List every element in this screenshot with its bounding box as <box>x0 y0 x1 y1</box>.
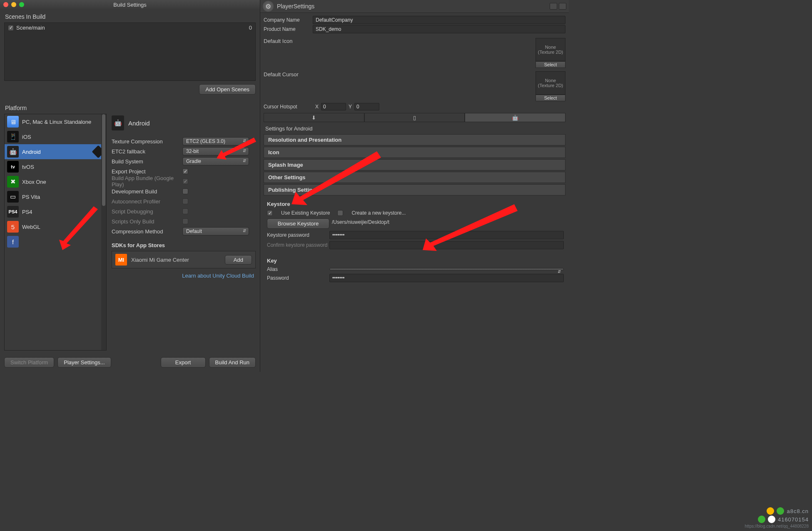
product-name-input[interactable] <box>313 25 565 33</box>
hotspot-x-input[interactable] <box>321 103 346 110</box>
platform-label: tvOS <box>22 164 34 170</box>
settings-menu-icon[interactable] <box>559 3 566 10</box>
key-alias-dropdown[interactable] <box>329 268 564 271</box>
compression-method-dropdown[interactable]: Default <box>182 227 249 235</box>
arrow-annotation <box>54 204 100 250</box>
platform-item-ios[interactable]: 📱 iOS <box>5 129 106 144</box>
platform-item-android[interactable]: 🤖 Android <box>5 144 106 159</box>
ps4-icon: PS4 <box>7 206 19 218</box>
default-icon-label: Default Icon <box>264 38 313 68</box>
cursor-hotspot-label: Cursor Hotspot <box>264 104 313 110</box>
platform-label: PS4 <box>22 209 32 215</box>
scripts-only-checkbox <box>182 218 188 224</box>
platform-label: PS Vita <box>22 194 40 200</box>
inspector-header: ⚙ PlayerSettings <box>260 0 569 13</box>
tab-ios[interactable]: ▯ <box>364 113 465 122</box>
hotspot-y-label: Y <box>349 104 352 110</box>
default-cursor-label: Default Cursor <box>264 71 313 101</box>
platform-label: Xbox One <box>22 179 46 185</box>
platform-item-standalone[interactable]: 🖥 PC, Mac & Linux Standalone <box>5 114 106 129</box>
texture-compression-label: Texture Compression <box>112 138 182 145</box>
default-icon-well[interactable]: None (Texture 2D) <box>536 38 565 61</box>
key-header: Key <box>267 250 564 266</box>
platform-label: iOS <box>22 134 31 140</box>
keystore-password-label: Keystore password <box>267 232 329 238</box>
etc2-fallback-label: ETC2 fallback <box>112 148 182 155</box>
create-new-keystore-checkbox[interactable] <box>337 210 343 216</box>
compression-method-label: Compression Method <box>112 228 182 235</box>
export-button[interactable]: Export <box>161 357 206 368</box>
scripts-only-label: Scripts Only Build <box>112 218 182 225</box>
tab-android[interactable]: 🤖 <box>465 113 565 122</box>
product-name-label: Product Name <box>264 26 313 32</box>
xiaomi-icon: MI <box>115 254 127 266</box>
arrow-annotation <box>291 150 383 204</box>
add-open-scenes-button[interactable]: Add Open Scenes <box>199 84 256 95</box>
app-bundle-checkbox <box>182 178 188 184</box>
app-bundle-label: Build App Bundle (Google Play) <box>112 175 182 188</box>
android-icon: 🤖 <box>112 115 124 130</box>
player-settings-button[interactable]: Player Settings... <box>57 357 111 368</box>
inspector-title: PlayerSettings <box>277 3 314 10</box>
settings-for-label: Settings for Android <box>264 122 565 134</box>
webgl-icon: 5 <box>7 221 19 233</box>
platform-item-tvos[interactable]: tv tvOS <box>5 159 106 174</box>
export-project-checkbox[interactable] <box>182 168 188 174</box>
arrow-annotation <box>423 204 518 250</box>
window-title: Build Settings <box>0 2 260 8</box>
svg-marker-2 <box>291 151 381 205</box>
use-existing-keystore-label: Use Existing Keystore <box>281 210 330 216</box>
cloud-build-link[interactable]: Learn about Unity Cloud Build <box>182 273 254 279</box>
autoconnect-label: Autoconnect Profiler <box>112 198 182 205</box>
default-cursor-select-button[interactable]: Select <box>536 95 565 101</box>
platform-item-psvita[interactable]: ▭ PS Vita <box>5 189 106 204</box>
window-titlebar: Build Settings <box>0 0 260 9</box>
default-cursor-well[interactable]: None (Texture 2D) <box>536 71 565 95</box>
build-and-run-button[interactable]: Build And Run <box>209 357 256 368</box>
scene-name: Scene/main <box>16 25 45 31</box>
dev-build-checkbox[interactable] <box>182 188 188 194</box>
autoconnect-checkbox <box>182 198 188 204</box>
svg-marker-0 <box>217 138 256 160</box>
help-icon[interactable] <box>550 3 557 10</box>
scene-row[interactable]: Scene/main 0 <box>5 23 255 33</box>
facebook-icon: f <box>7 236 19 248</box>
use-existing-keystore-checkbox[interactable] <box>267 210 273 216</box>
gear-icon: ⚙ <box>263 1 274 12</box>
dev-build-label: Development Build <box>112 188 182 195</box>
script-debug-checkbox <box>182 208 188 214</box>
standalone-icon: 🖥 <box>7 116 19 128</box>
sdk-add-button[interactable]: Add <box>225 255 252 265</box>
hotspot-y-input[interactable] <box>354 103 379 110</box>
tvos-icon: tv <box>7 161 19 173</box>
create-new-keystore-label: Create a new keystore... <box>351 210 406 216</box>
export-project-label: Export Project <box>112 168 182 175</box>
arrow-annotation <box>217 135 258 160</box>
scenes-list: Scene/main 0 <box>4 23 256 81</box>
platform-label: WebGL <box>22 224 40 230</box>
sdk-label: Xiaomi Mi Game Center <box>131 257 189 263</box>
platform-detail-title: Android <box>128 120 150 127</box>
psvita-icon: ▭ <box>7 191 19 203</box>
switch-platform-button: Switch Platform <box>4 357 54 368</box>
company-name-input[interactable] <box>313 16 565 24</box>
svg-marker-3 <box>423 204 518 251</box>
browse-keystore-button[interactable]: Browse Keystore <box>267 218 329 229</box>
platform-scrollbar[interactable] <box>101 114 106 350</box>
script-debug-label: Script Debugging <box>112 208 182 215</box>
platform-tabs: ⬇ ▯ 🤖 <box>264 113 565 122</box>
scene-checkbox[interactable] <box>8 25 14 31</box>
platform-label: Android <box>22 149 41 155</box>
build-system-label: Build System <box>112 158 182 165</box>
key-alias-label: Alias <box>267 266 329 272</box>
key-password-label: Password <box>267 275 329 281</box>
ios-icon: 📱 <box>7 131 19 143</box>
section-resolution[interactable]: Resolution and Presentation <box>264 134 565 145</box>
platform-item-xboxone[interactable]: ✖ Xbox One <box>5 174 106 189</box>
default-icon-select-button[interactable]: Select <box>536 61 565 68</box>
platform-label: PC, Mac & Linux Standalone <box>22 119 91 125</box>
confirm-keystore-password-label: Confirm keystore password <box>267 242 329 248</box>
xbox-icon: ✖ <box>7 176 19 188</box>
key-password-input[interactable] <box>329 274 564 282</box>
tab-standalone[interactable]: ⬇ <box>264 113 364 122</box>
